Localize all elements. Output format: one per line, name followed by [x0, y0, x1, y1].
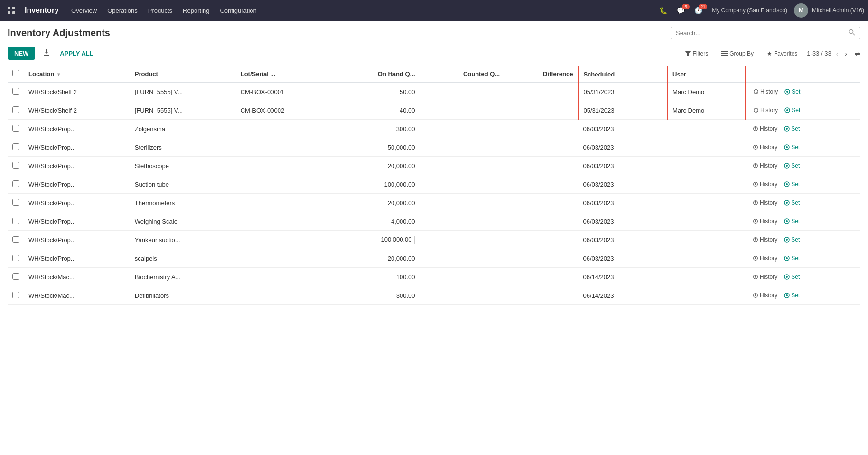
- menu-reporting[interactable]: Reporting: [178, 4, 214, 17]
- cell-counted[interactable]: [420, 286, 505, 305]
- row-checkbox-cell[interactable]: [8, 231, 24, 249]
- group-by-button[interactable]: Group By: [718, 48, 757, 59]
- cell-lot: [236, 138, 334, 157]
- row-checkbox-cell[interactable]: [8, 82, 24, 101]
- favorites-button[interactable]: ★ Favorites: [763, 48, 801, 59]
- new-button[interactable]: NEW: [8, 47, 35, 60]
- row-checkbox[interactable]: [12, 162, 19, 169]
- search-input[interactable]: [676, 29, 846, 37]
- row-checkbox[interactable]: [12, 273, 19, 280]
- col-header-counted[interactable]: Counted Q...: [420, 66, 505, 82]
- history-button[interactable]: History: [750, 106, 781, 114]
- row-checkbox-cell[interactable]: [8, 120, 24, 138]
- bug-icon-button[interactable]: 🐛: [656, 5, 670, 16]
- cell-counted[interactable]: [420, 231, 505, 249]
- set-button[interactable]: Set: [781, 124, 803, 133]
- cell-counted[interactable]: [420, 120, 505, 138]
- row-checkbox[interactable]: [12, 255, 19, 261]
- row-checkbox-cell[interactable]: [8, 268, 24, 286]
- col-header-lot[interactable]: Lot/Serial ...: [236, 66, 334, 82]
- history-button[interactable]: History: [750, 291, 780, 300]
- select-all-checkbox[interactable]: [12, 70, 19, 76]
- set-button[interactable]: Set: [781, 217, 803, 226]
- cell-user: [667, 120, 745, 138]
- row-checkbox-cell[interactable]: [8, 194, 24, 212]
- row-checkbox-cell[interactable]: [8, 157, 24, 175]
- menu-configuration[interactable]: Configuration: [215, 4, 261, 17]
- col-header-user[interactable]: User: [667, 66, 745, 82]
- download-button[interactable]: [39, 46, 54, 61]
- cell-counted[interactable]: [420, 101, 505, 120]
- set-button[interactable]: Set: [782, 106, 803, 114]
- menu-operations[interactable]: Operations: [103, 4, 142, 17]
- row-checkbox[interactable]: [12, 143, 19, 150]
- col-header-location[interactable]: Location ▾: [24, 66, 130, 82]
- row-checkbox-cell[interactable]: [8, 286, 24, 305]
- resize-handle[interactable]: [414, 236, 415, 244]
- col-header-product[interactable]: Product: [130, 66, 236, 82]
- search-icon[interactable]: [849, 29, 855, 37]
- row-checkbox[interactable]: [12, 180, 19, 187]
- row-checkbox[interactable]: [12, 292, 19, 298]
- row-checkbox[interactable]: [12, 125, 19, 132]
- cell-counted[interactable]: [420, 82, 505, 101]
- history-button[interactable]: History: [750, 180, 780, 189]
- history-button[interactable]: History: [750, 87, 781, 96]
- row-checkbox-cell[interactable]: [8, 175, 24, 194]
- user-avatar[interactable]: M: [794, 3, 808, 18]
- menu-overview[interactable]: Overview: [66, 4, 102, 17]
- set-button[interactable]: Set: [781, 199, 803, 207]
- set-button[interactable]: Set: [781, 180, 803, 189]
- history-button[interactable]: History: [750, 254, 780, 263]
- search-bar[interactable]: [671, 27, 860, 39]
- cell-counted[interactable]: [420, 175, 505, 194]
- row-checkbox[interactable]: [12, 236, 19, 243]
- history-button[interactable]: History: [750, 199, 780, 207]
- filters-button[interactable]: Filters: [681, 48, 712, 59]
- apply-all-button[interactable]: APPLY ALL: [58, 47, 95, 60]
- header-select-all[interactable]: [8, 66, 24, 82]
- history-button[interactable]: History: [750, 273, 780, 281]
- set-button[interactable]: Set: [781, 254, 803, 263]
- user-label[interactable]: Mitchell Admin (V16): [812, 7, 864, 14]
- cell-counted[interactable]: [420, 249, 505, 268]
- set-button[interactable]: Set: [781, 143, 803, 152]
- cell-scheduled: 06/03/2023: [578, 212, 667, 231]
- columns-settings-icon[interactable]: ⇌: [855, 50, 860, 57]
- cell-counted[interactable]: [420, 212, 505, 231]
- history-button[interactable]: History: [750, 161, 780, 170]
- row-checkbox-cell[interactable]: [8, 138, 24, 157]
- history-button[interactable]: History: [750, 143, 780, 152]
- cell-counted[interactable]: [420, 194, 505, 212]
- row-checkbox[interactable]: [12, 199, 19, 206]
- cell-difference: [504, 194, 578, 212]
- col-header-on-hand[interactable]: On Hand Q...: [334, 66, 420, 82]
- pagination-prev[interactable]: ‹: [834, 49, 840, 58]
- col-header-difference[interactable]: Difference: [504, 66, 578, 82]
- history-button[interactable]: History: [750, 124, 780, 133]
- pagination-next[interactable]: ›: [843, 49, 849, 58]
- activities-button[interactable]: 🕐 21: [691, 5, 705, 16]
- set-button[interactable]: Set: [781, 273, 803, 281]
- cell-counted[interactable]: [420, 157, 505, 175]
- history-button[interactable]: History: [750, 217, 780, 226]
- company-label[interactable]: My Company (San Francisco): [709, 7, 790, 14]
- set-button[interactable]: Set: [781, 291, 803, 300]
- brand-label[interactable]: Inventory: [21, 6, 63, 15]
- row-checkbox-cell[interactable]: [8, 212, 24, 231]
- col-header-scheduled[interactable]: Scheduled ...: [578, 66, 667, 82]
- row-checkbox-cell[interactable]: [8, 249, 24, 268]
- cell-counted[interactable]: [420, 268, 505, 286]
- history-button[interactable]: History: [750, 236, 780, 244]
- menu-products[interactable]: Products: [143, 4, 177, 17]
- row-checkbox-cell[interactable]: [8, 101, 24, 120]
- cell-counted[interactable]: [420, 138, 505, 157]
- row-checkbox[interactable]: [12, 106, 19, 113]
- row-checkbox[interactable]: [12, 88, 19, 95]
- row-checkbox[interactable]: [12, 218, 19, 224]
- set-button[interactable]: Set: [781, 161, 803, 170]
- grid-menu-icon[interactable]: [4, 3, 19, 18]
- set-button[interactable]: Set: [782, 87, 803, 96]
- messages-button[interactable]: 💬 5: [674, 5, 688, 16]
- set-button[interactable]: Set: [781, 236, 803, 244]
